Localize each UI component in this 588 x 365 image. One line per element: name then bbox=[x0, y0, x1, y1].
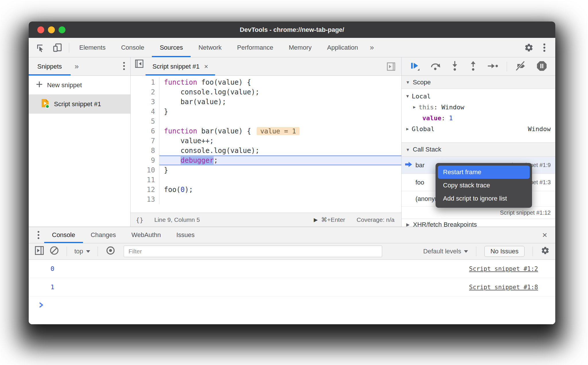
line-number[interactable]: 13 bbox=[131, 195, 159, 204]
call-stack-section-header[interactable]: ▼ Call Stack bbox=[402, 142, 555, 157]
scope-value-row[interactable]: value: 1 bbox=[402, 112, 555, 123]
panel-tab-sources[interactable]: Sources bbox=[152, 38, 191, 57]
console-toolbar-divider bbox=[533, 246, 533, 256]
code-line: 9 debugger; bbox=[131, 156, 401, 165]
devtools-window: DevTools - chrome://new-tab-page/ Elemen… bbox=[29, 22, 555, 324]
debugger-toolbar-divider bbox=[507, 62, 507, 71]
panel-tab-elements[interactable]: Elements bbox=[71, 38, 113, 57]
minimize-window-button[interactable] bbox=[48, 26, 55, 33]
snippet-list-item[interactable]: Script snippet #1 bbox=[29, 95, 130, 114]
run-shortcut-label: ⌘+Enter bbox=[321, 216, 345, 223]
step-icon[interactable] bbox=[487, 62, 499, 71]
main-toolbar: ElementsConsoleSourcesNetworkPerformance… bbox=[29, 38, 555, 57]
step-out-icon[interactable] bbox=[469, 61, 477, 73]
line-number[interactable]: 3 bbox=[131, 97, 159, 107]
log-levels-selector[interactable]: Default levels bbox=[423, 248, 468, 255]
line-number[interactable]: 8 bbox=[131, 146, 159, 156]
clear-console-icon[interactable] bbox=[49, 246, 59, 257]
run-snippet-icon[interactable]: ▶ bbox=[314, 217, 318, 223]
code-line: 6function bar(value) {value = 1 bbox=[131, 126, 401, 136]
pretty-print-icon[interactable]: {} bbox=[136, 216, 144, 224]
context-menu-item[interactable]: Add script to ignore list bbox=[438, 192, 530, 205]
no-issues-button[interactable]: No Issues bbox=[484, 246, 525, 257]
line-number[interactable]: 5 bbox=[131, 117, 159, 126]
drawer-tab-issues[interactable]: Issues bbox=[169, 227, 202, 243]
console-source-link[interactable]: Script snippet #1:8 bbox=[469, 284, 538, 291]
window-title: DevTools - chrome://new-tab-page/ bbox=[29, 26, 555, 34]
line-number[interactable]: 1 bbox=[131, 77, 159, 87]
deactivate-breakpoints-icon[interactable] bbox=[515, 61, 527, 73]
settings-gear-icon[interactable] bbox=[523, 41, 535, 54]
scope-local-row[interactable]: ▼ Local bbox=[402, 91, 555, 102]
execution-context-selector[interactable]: top bbox=[74, 248, 90, 255]
line-number[interactable]: 10 bbox=[131, 165, 159, 175]
resume-script-icon[interactable] bbox=[409, 61, 420, 73]
debugger-toolbar bbox=[402, 57, 555, 76]
tab-snippets[interactable]: Snippets bbox=[29, 57, 71, 75]
code-line: 12foo(0); bbox=[131, 185, 401, 195]
step-into-icon[interactable] bbox=[450, 61, 459, 73]
snippet-file-icon bbox=[40, 98, 50, 110]
step-over-icon[interactable] bbox=[430, 61, 441, 72]
console-prompt[interactable] bbox=[29, 296, 555, 315]
panel-tab-performance[interactable]: Performance bbox=[229, 38, 281, 57]
panel-tab-network[interactable]: Network bbox=[191, 38, 229, 57]
context-menu-item[interactable]: Copy stack trace bbox=[438, 179, 530, 192]
scope-section-header[interactable]: ▼ Scope bbox=[402, 76, 555, 89]
console-settings-gear-icon[interactable] bbox=[541, 246, 550, 257]
zoom-window-button[interactable] bbox=[59, 26, 65, 33]
panel-tab-application[interactable]: Application bbox=[319, 38, 366, 57]
code-text: bar(value); bbox=[164, 98, 226, 106]
scope-global-row[interactable]: ▶ Global Window bbox=[402, 123, 555, 134]
console-source-link[interactable]: Script snippet #1:2 bbox=[469, 265, 538, 272]
code-editor[interactable]: 1function foo(value) {2 console.log(valu… bbox=[131, 76, 401, 213]
console-sidebar-toggle-icon[interactable] bbox=[34, 246, 44, 257]
close-window-button[interactable] bbox=[37, 26, 44, 33]
collapse-navigator-icon[interactable] bbox=[133, 57, 146, 70]
navigator-kebab-icon[interactable] bbox=[123, 61, 125, 72]
drawer-tab-changes[interactable]: Changes bbox=[83, 227, 124, 243]
line-number[interactable]: 12 bbox=[131, 185, 159, 195]
code-text: ; bbox=[214, 156, 218, 164]
drawer-tab-console[interactable]: Console bbox=[44, 227, 83, 243]
console-message-row: 0Script snippet #1:2 bbox=[29, 260, 555, 278]
line-number[interactable]: 2 bbox=[131, 87, 159, 97]
plus-icon bbox=[36, 81, 43, 90]
line-number[interactable]: 7 bbox=[131, 136, 159, 146]
frame-location: Script snippet #1:12 bbox=[402, 207, 555, 219]
code-line-content: function bar(value) {value = 1 bbox=[159, 126, 401, 136]
code-line: 4} bbox=[131, 107, 401, 117]
drawer-kebab-icon[interactable] bbox=[29, 227, 44, 243]
xhr-breakpoints-header[interactable]: ▶ XHR/fetch Breakpoints bbox=[402, 219, 555, 230]
panel-tab-memory[interactable]: Memory bbox=[281, 38, 319, 57]
device-toolbar-icon[interactable] bbox=[51, 41, 64, 54]
frame-name: bar bbox=[415, 162, 425, 169]
code-line-content: debugger; bbox=[159, 156, 401, 165]
code-text: console.log(value); bbox=[164, 147, 259, 155]
code-line: 7 value++; bbox=[131, 136, 401, 146]
line-number[interactable]: 11 bbox=[131, 175, 159, 185]
drawer-tab-webauthn[interactable]: WebAuthn bbox=[124, 227, 169, 243]
code-text: value++; bbox=[164, 137, 214, 145]
main-menu-kebab-icon[interactable] bbox=[538, 41, 551, 54]
editor-tab[interactable]: Script snippet #1 × bbox=[146, 57, 215, 75]
more-panels-chevron[interactable]: » bbox=[366, 38, 378, 57]
line-number[interactable]: 4 bbox=[131, 107, 159, 117]
line-number[interactable]: 6 bbox=[131, 126, 159, 136]
live-expression-eye-icon[interactable] bbox=[105, 245, 116, 257]
scope-this-row[interactable]: ▶ this: Window bbox=[402, 102, 555, 112]
close-tab-icon[interactable]: × bbox=[204, 63, 208, 71]
inspect-element-icon[interactable] bbox=[34, 41, 47, 54]
code-line-content: foo(0); bbox=[159, 185, 401, 195]
code-text: function bbox=[164, 78, 197, 86]
context-menu-item[interactable]: Restart frame bbox=[438, 166, 530, 179]
new-snippet-button[interactable]: New snippet bbox=[29, 76, 130, 95]
collapse-debugger-sidebar-icon[interactable] bbox=[385, 60, 397, 73]
pause-on-exceptions-icon[interactable] bbox=[536, 61, 547, 73]
console-filter-input[interactable] bbox=[124, 246, 382, 257]
line-number[interactable]: 9 bbox=[131, 156, 159, 165]
panel-tab-console[interactable]: Console bbox=[113, 38, 152, 57]
more-navigator-tabs-chevron[interactable]: » bbox=[71, 57, 83, 75]
panel-tabs: ElementsConsoleSourcesNetworkPerformance… bbox=[71, 38, 366, 57]
code-text: 0 bbox=[181, 186, 185, 194]
